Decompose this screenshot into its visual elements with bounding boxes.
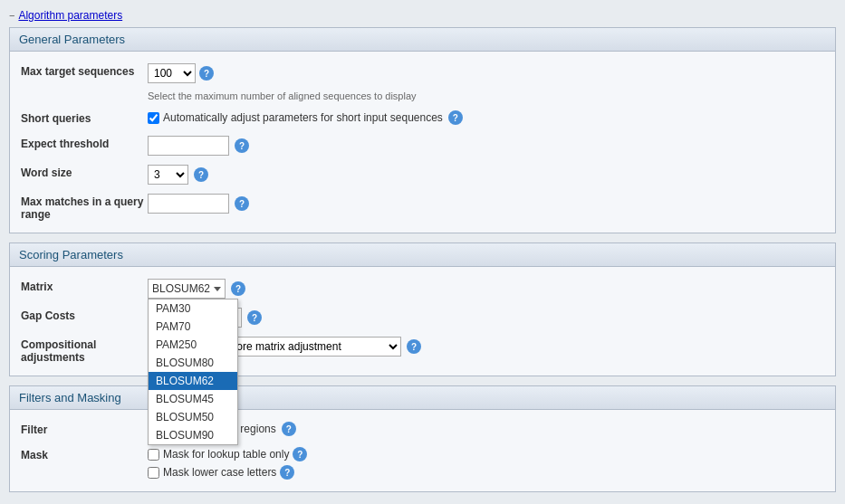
short-queries-checkbox[interactable] <box>148 112 159 124</box>
mask-lookup-label[interactable]: Mask for lookup table only <box>148 448 289 461</box>
word-size-row: Word size 2 3 6 ? <box>10 160 835 189</box>
scoring-parameters-title: Scoring Parameters <box>10 243 835 267</box>
mask-label: Mask <box>21 447 148 461</box>
matrix-option-blosum45[interactable]: BLOSUM45 <box>149 390 237 408</box>
compositional-control: No adjustment Composition-based statisti… <box>148 337 824 357</box>
expect-threshold-label: Expect threshold <box>21 136 148 150</box>
mask-lowercase-label[interactable]: Mask lower case letters <box>148 466 276 479</box>
short-queries-control: Automatically adjust parameters for shor… <box>148 110 824 125</box>
matrix-option-blosum62[interactable]: BLOSUM62 <box>149 372 237 390</box>
mask-lowercase-checkbox[interactable] <box>148 467 159 479</box>
max-target-label: Max target sequences <box>21 63 148 78</box>
compositional-row: Compositional adjustments No adjustment … <box>10 332 835 368</box>
matrix-label: Matrix <box>21 279 148 293</box>
mask-lookup-help-icon[interactable]: ? <box>293 447 307 461</box>
max-matches-control: 0 ? <box>148 194 824 214</box>
main-container: − Algorithm parameters General Parameter… <box>0 0 845 504</box>
word-size-help-icon[interactable]: ? <box>194 167 208 182</box>
matrix-row: Matrix BLOSUM62 PAM30 PAM70 PAM250 BLOSU… <box>10 274 835 303</box>
compositional-label: Compositional adjustments <box>21 337 148 364</box>
max-matches-help-icon[interactable]: ? <box>235 196 249 211</box>
max-matches-row: Max matches in a query range 0 ? <box>10 189 835 225</box>
expect-threshold-help-icon[interactable]: ? <box>235 138 249 153</box>
algorithm-parameters-link[interactable]: Algorithm parameters <box>18 9 122 22</box>
matrix-control: BLOSUM62 PAM30 PAM70 PAM250 BLOSUM80 BLO… <box>148 279 824 299</box>
matrix-help-icon[interactable]: ? <box>231 281 245 296</box>
gap-costs-control: Extension: 1 2 ? <box>148 308 824 328</box>
matrix-option-pam250[interactable]: PAM250 <box>149 336 237 354</box>
matrix-option-blosum50[interactable]: BLOSUM50 <box>149 408 237 426</box>
mask-lookup-checkbox[interactable] <box>148 449 159 461</box>
matrix-option-pam70[interactable]: PAM70 <box>149 318 237 336</box>
filter-row: Filter Low complexity regions ? <box>10 417 835 442</box>
short-queries-help-icon[interactable]: ? <box>448 110 463 125</box>
filter-help-icon[interactable]: ? <box>282 422 296 436</box>
short-queries-checkbox-text: Automatically adjust parameters for shor… <box>163 111 443 124</box>
max-target-control: 100 50 250 500 1000 ? Select the maximum… <box>148 63 824 101</box>
mask-lookup-text: Mask for lookup table only <box>163 448 289 461</box>
gap-costs-help-icon[interactable]: ? <box>247 310 262 325</box>
max-target-help-text: Select the maximum number of aligned seq… <box>148 90 824 101</box>
mask-row: Mask Mask for lookup table only ? Mask l… <box>10 442 835 484</box>
max-target-help-icon[interactable]: ? <box>199 66 214 81</box>
matrix-dropdown-arrow <box>214 287 221 291</box>
expect-threshold-row: Expect threshold 10 ? <box>10 131 835 160</box>
matrix-option-pam30[interactable]: PAM30 <box>149 300 237 318</box>
max-target-select[interactable]: 100 50 250 500 1000 <box>148 63 196 83</box>
short-queries-row: Short queries Automatically adjust param… <box>10 106 835 131</box>
word-size-control: 2 3 6 ? <box>148 165 824 185</box>
general-parameters-title: General Parameters <box>10 28 835 52</box>
collapse-icon[interactable]: − <box>9 10 14 21</box>
gap-costs-row: Gap Costs Extension: 1 2 ? <box>10 303 835 332</box>
matrix-dropdown-container: BLOSUM62 PAM30 PAM70 PAM250 BLOSUM80 BLO… <box>148 279 226 299</box>
filters-masking-title: Filters and Masking <box>10 386 835 410</box>
mask-control: Mask for lookup table only ? Mask lower … <box>148 447 824 480</box>
filters-masking-body: Filter Low complexity regions ? Mask <box>10 410 835 491</box>
mask-lowercase-text: Mask lower case letters <box>163 466 276 479</box>
mask-lowercase-help-icon[interactable]: ? <box>280 465 294 480</box>
max-matches-input[interactable]: 0 <box>148 194 229 214</box>
matrix-dropdown-list: PAM30 PAM70 PAM250 BLOSUM80 BLOSUM62 BLO… <box>148 299 238 445</box>
algorithm-section-header: − Algorithm parameters <box>9 9 836 22</box>
scoring-parameters-body: Matrix BLOSUM62 PAM30 PAM70 PAM250 BLOSU… <box>10 267 835 376</box>
general-parameters-body: Max target sequences 100 50 250 500 1000… <box>10 52 835 233</box>
filter-control: Low complexity regions ? <box>148 422 824 436</box>
compositional-help-icon[interactable]: ? <box>407 339 421 354</box>
scoring-parameters-panel: Scoring Parameters Matrix BLOSUM62 PAM30… <box>9 242 836 376</box>
word-size-label: Word size <box>21 165 148 179</box>
short-queries-checkbox-label[interactable]: Automatically adjust parameters for shor… <box>148 111 443 124</box>
filters-masking-panel: Filters and Masking Filter Low complexit… <box>9 385 836 492</box>
filter-label: Filter <box>21 422 148 436</box>
short-queries-label: Short queries <box>21 110 148 125</box>
matrix-option-blosum80[interactable]: BLOSUM80 <box>149 354 237 372</box>
expect-threshold-input[interactable]: 10 <box>148 136 229 156</box>
max-target-row: Max target sequences 100 50 250 500 1000… <box>10 59 835 106</box>
word-size-select[interactable]: 2 3 6 <box>148 165 188 185</box>
max-matches-label: Max matches in a query range <box>21 194 148 221</box>
matrix-selected-value: BLOSUM62 <box>152 282 210 295</box>
matrix-option-blosum90[interactable]: BLOSUM90 <box>149 426 237 444</box>
general-parameters-panel: General Parameters Max target sequences … <box>9 27 836 233</box>
gap-costs-label: Gap Costs <box>21 308 148 322</box>
expect-threshold-control: 10 ? <box>148 136 824 156</box>
matrix-dropdown-btn[interactable]: BLOSUM62 <box>148 279 226 299</box>
